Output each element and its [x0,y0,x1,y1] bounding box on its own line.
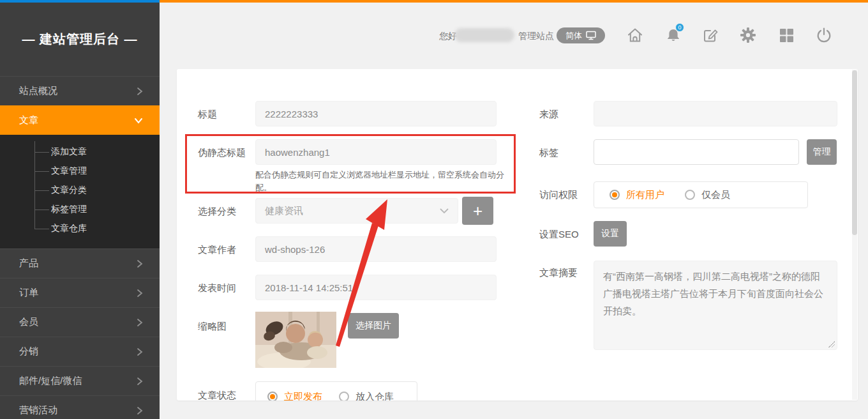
title-label: 标题 [198,109,217,121]
monitor-icon [586,31,596,40]
sidebar-item-label: 营销活动 [19,404,57,416]
author-label: 文章作者 [198,244,236,256]
submenu-label: 文章仓库 [51,223,87,234]
summary-textarea[interactable]: 有“西南第一高钢塔，四川第二高电视塔”之称的德阳广播电视塔主塔广告位将于本月下旬… [594,261,837,350]
lang-label: 简体 [565,30,582,42]
sidebar-item-order[interactable]: 订单 [0,278,160,307]
chevron-right-icon [137,377,143,386]
category-selected-value: 健康资讯 [265,205,303,217]
seo-label: 设置SEO [539,229,579,241]
settings-gear-icon[interactable] [739,26,757,44]
add-category-button[interactable]: + [462,197,493,225]
sidebar-item-product[interactable]: 产品 [0,248,160,278]
sidebar-item-label: 会员 [19,316,38,328]
title-input[interactable] [255,101,497,126]
scrollbar-thumb[interactable] [852,70,857,235]
summary-text: 有“西南第一高钢塔，四川第二高电视塔”之称的德阳广播电视塔主塔广告位将于本月下旬… [603,271,823,316]
tags-input[interactable] [594,139,799,165]
sidebar-item-add-article[interactable]: 添加文章 [0,142,160,162]
slug-input[interactable] [255,139,497,165]
radio-all-users-label[interactable]: 所有用户 [626,189,664,201]
sidebar-submenu-article: 添加文章 文章管理 文章分类 标签管理 文章仓库 [0,135,160,248]
radio-to-store-label[interactable]: 放入仓库 [355,391,394,401]
site-preview-button[interactable]: 简体 [557,27,605,43]
status-radio-group: 立即发布 放入仓库 [255,381,417,400]
sidebar-item-label: 站点概况 [19,85,57,97]
sidebar-item-tag-manage[interactable]: 标签管理 [0,200,160,219]
radio-publish-now-label[interactable]: 立即发布 [284,391,322,401]
chevron-right-icon [137,289,143,298]
apps-grid-icon[interactable] [777,26,795,44]
status-label: 文章状态 [198,390,236,400]
chevron-down-icon [440,208,449,214]
radio-members-only[interactable] [685,190,695,200]
slug-label: 伪静态标题 [198,147,246,159]
summary-label: 文章摘要 [539,267,578,279]
sidebar-item-member[interactable]: 会员 [0,307,160,337]
chevron-down-icon [134,118,143,124]
app-logo: — 建站管理后台 — [0,3,160,76]
chevron-right-icon [137,406,143,415]
sidebar-item-label: 订单 [19,287,38,299]
notification-badge: 0 [675,23,684,32]
radio-members-only-label[interactable]: 仅会员 [701,189,730,201]
radio-publish-now[interactable] [267,392,278,400]
submenu-label: 添加文章 [51,146,87,158]
sidebar-item-site-overview[interactable]: 站点概况 [0,76,160,105]
sidebar-item-marketing[interactable]: 营销活动 [0,395,160,419]
sidebar-item-label: 产品 [19,257,38,270]
compose-edit-icon[interactable] [701,26,719,44]
panel-scrollbar[interactable] [852,70,857,400]
radio-to-store[interactable] [339,392,349,400]
chevron-right-icon [137,318,143,327]
source-input[interactable] [594,101,837,126]
submenu-label: 标签管理 [51,204,87,215]
seo-settings-button[interactable]: 设置 [594,221,627,247]
sidebar-item-article-category[interactable]: 文章分类 [0,181,160,200]
chevron-right-icon [137,87,143,96]
chevron-right-icon [137,347,143,356]
publish-time-input[interactable] [255,275,497,300]
sidebar-item-article-manage[interactable]: 文章管理 [0,162,160,181]
sidebar-item-label: 文章 [19,114,38,126]
category-select[interactable]: 健康资讯 [255,198,458,224]
sidebar-item-article[interactable]: 文章 [0,105,160,135]
radio-all-users[interactable] [610,190,620,200]
thumbnail-label: 缩略图 [198,321,227,333]
slug-hint: 配合伪静态规则可自定义浏览器地址栏显示地址，留空系统会自动分配。 [255,169,509,194]
submenu-label: 文章管理 [51,165,87,177]
choose-image-button[interactable]: 选择图片 [348,313,399,339]
home-icon[interactable] [626,26,644,44]
header-top-strip [160,0,868,3]
thumbnail-image[interactable] [255,312,336,368]
tags-label: 标签 [539,147,558,159]
sidebar-item-label: 邮件/短信/微信 [19,375,82,387]
article-edit-panel: 标题 伪静态标题 配合伪静态规则可自定义浏览器地址栏显示地址，留空系统会自动分配… [177,69,858,400]
category-label: 选择分类 [198,206,236,218]
username-redacted [454,28,514,42]
sidebar-item-article-store[interactable]: 文章仓库 [0,219,160,238]
access-radio-group: 所有用户 仅会员 [594,181,808,208]
sidebar-item-label: 分销 [19,346,38,358]
sidebar-item-distribution[interactable]: 分销 [0,337,160,366]
publish-time-label: 发表时间 [198,282,236,294]
source-label: 来源 [539,109,558,121]
chevron-right-icon [137,259,143,268]
logout-power-icon[interactable] [815,26,833,44]
access-label: 访问权限 [539,189,578,201]
notifications-bell-icon[interactable]: 0 [664,26,682,44]
resize-handle[interactable] [828,341,835,347]
sidebar: — 建站管理后台 — 站点概况 文章 添加文章 文章管理 文章分类 标签管理 文… [0,3,160,419]
submenu-label: 文章分类 [51,185,87,196]
author-input[interactable] [255,236,497,262]
sidebar-item-mail-sms-wechat[interactable]: 邮件/短信/微信 [0,366,160,395]
manage-tags-button[interactable]: 管理 [807,139,837,165]
